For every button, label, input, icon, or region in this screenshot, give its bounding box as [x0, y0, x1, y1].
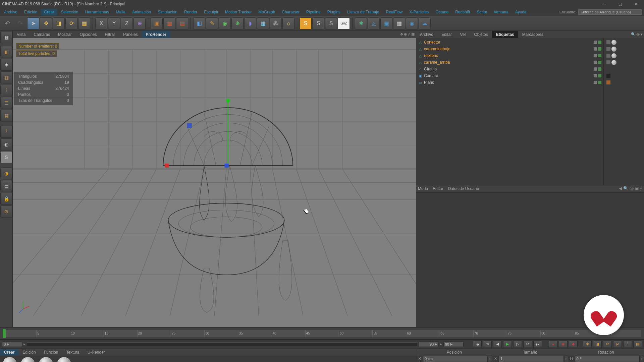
menu-octane[interactable]: Octane: [432, 9, 452, 15]
menu-x-particles[interactable]: X-Particles: [406, 9, 432, 15]
xp-tool-5[interactable]: ◉: [406, 17, 418, 29]
vp-tab-cámaras[interactable]: Cámaras: [30, 31, 54, 38]
poly-mode[interactable]: ▦: [0, 110, 12, 122]
menu-character[interactable]: Character: [278, 9, 303, 15]
attr-tab-editar[interactable]: Editar: [433, 186, 443, 191]
render-view[interactable]: ▣: [151, 17, 163, 29]
object-carame_arriba[interactable]: △carame_arriba: [417, 59, 603, 66]
rp-tab-objetos[interactable]: Objetos: [470, 31, 492, 38]
substance-s3[interactable]: S: [325, 17, 337, 29]
render-pv[interactable]: ▦: [163, 17, 175, 29]
vp-ctrl-3[interactable]: ⤢: [408, 32, 411, 37]
snap-s[interactable]: S: [0, 151, 12, 163]
tags-carame_arriba[interactable]: [604, 59, 643, 66]
menu-lienzo de trabajo[interactable]: Lienzo de Trabajo: [344, 9, 382, 15]
go-end[interactable]: ⏭: [533, 341, 542, 348]
tags-conector[interactable]: [604, 39, 643, 46]
environment-tool[interactable]: ▦: [257, 17, 269, 29]
minimize-button[interactable]: —: [596, 0, 612, 8]
mat-tab-edición[interactable]: Edición: [18, 349, 40, 356]
mat-tab-crear[interactable]: Crear: [0, 349, 18, 356]
primitive-cube[interactable]: ◧: [193, 17, 205, 29]
axis-y[interactable]: Y: [108, 17, 120, 29]
vp-tab-prorender[interactable]: ProRender: [142, 31, 170, 38]
autokey[interactable]: ◉: [559, 341, 568, 348]
range-slider[interactable]: [27, 342, 417, 346]
workplane-mode[interactable]: ▥: [0, 71, 12, 83]
last-tool[interactable]: ▦: [78, 17, 90, 29]
key-pos[interactable]: ✥: [583, 341, 592, 348]
render-settings[interactable]: ▤: [176, 17, 188, 29]
menu-archivo[interactable]: Archivo: [1, 9, 21, 15]
attr-b-icon[interactable]: ▣: [635, 186, 639, 192]
record[interactable]: ●: [549, 341, 557, 348]
axis-mode[interactable]: └: [0, 126, 12, 138]
object-plano[interactable]: ▭Plano: [417, 79, 603, 86]
mat-tab-u-render[interactable]: U-Render: [84, 349, 109, 356]
tag-column[interactable]: [604, 38, 644, 185]
mat-tab-función[interactable]: Función: [40, 349, 62, 356]
coord-system[interactable]: ⊕: [133, 17, 146, 29]
rp-filter-icon[interactable]: ▾: [641, 32, 643, 37]
nurbs-tool[interactable]: ◉: [219, 17, 231, 29]
snap-settings[interactable]: ⊙: [0, 205, 12, 218]
material-carame[interactable]: carame: [55, 357, 73, 362]
xp-tool-2[interactable]: ◬: [368, 17, 380, 29]
tags-carameloabajo[interactable]: [604, 46, 643, 52]
attr-nav-back[interactable]: ◀: [619, 186, 622, 192]
viewport[interactable]: Number of emitters: 0 Total live particl…: [13, 38, 416, 327]
vp-tab-paneles[interactable]: Paneles: [119, 31, 142, 38]
substance-s1[interactable]: S: [300, 17, 312, 29]
material-carame[interactable]: carame: [19, 357, 37, 362]
key-opts[interactable]: ⋮: [623, 341, 632, 348]
camera-tool[interactable]: ⁂: [270, 17, 282, 29]
viewport-solo[interactable]: ◐: [0, 138, 12, 150]
object-reelleno[interactable]: △reelleno: [417, 52, 603, 59]
scale-tool[interactable]: ◨: [53, 17, 65, 29]
xp-tool-3[interactable]: ▣: [380, 17, 392, 29]
tags-círculo[interactable]: [604, 66, 643, 72]
menu-ayuda[interactable]: Ayuda: [512, 9, 530, 15]
current-frame[interactable]: [443, 342, 464, 347]
move-tool[interactable]: ✥: [40, 17, 52, 29]
xp-tool-4[interactable]: ▦: [393, 17, 405, 29]
axis-x[interactable]: X: [95, 17, 107, 29]
material-Conect[interactable]: Conect: [1, 357, 18, 362]
locked-icon[interactable]: 🔒: [0, 193, 12, 205]
step-fwd[interactable]: ▷: [513, 341, 522, 348]
rp-eye-icon[interactable]: 👁: [636, 33, 640, 37]
tags-cámara[interactable]: [604, 72, 643, 79]
rp-tab-etiquetas[interactable]: Etiquetas: [492, 31, 518, 38]
range-start[interactable]: [2, 342, 22, 347]
texture-mode[interactable]: ◈: [0, 59, 12, 71]
rp-tab-marcadores[interactable]: Marcadores: [518, 31, 547, 38]
menu-realflow[interactable]: RealFlow: [382, 9, 406, 15]
object-círculo[interactable]: ○Círculo: [417, 66, 603, 72]
goz-button[interactable]: GoZ: [338, 17, 350, 29]
rp-tab-editar[interactable]: Editar: [437, 31, 456, 38]
menu-redshift[interactable]: Redshift: [452, 9, 473, 15]
workplane-lock[interactable]: ▤: [0, 180, 12, 192]
menu-render[interactable]: Render: [181, 9, 201, 15]
xp-tool-1[interactable]: ✱: [355, 17, 367, 29]
loop[interactable]: ⟲: [483, 341, 492, 348]
rp-tab-archivo[interactable]: Archivo: [416, 31, 437, 38]
vp-tab-filtrar[interactable]: Filtrar: [101, 31, 119, 38]
vp-tab-mostrar[interactable]: Mostrar: [54, 31, 76, 38]
make-editable[interactable]: ▦: [0, 31, 12, 43]
close-button[interactable]: ✕: [629, 0, 644, 8]
xp-tool-6[interactable]: ☁: [419, 17, 431, 29]
tags-reelleno[interactable]: [604, 52, 643, 59]
edge-mode[interactable]: ☰: [0, 97, 12, 109]
live-select-tool[interactable]: ➤: [27, 17, 39, 29]
rp-tab-ver[interactable]: Ver: [456, 31, 470, 38]
menu-plugins[interactable]: Plugins: [324, 9, 344, 15]
attr-search-icon[interactable]: 🔍: [623, 186, 628, 192]
menu-script[interactable]: Script: [473, 9, 490, 15]
vp-ctrl-1[interactable]: ✥: [400, 32, 403, 37]
vp-ctrl-2[interactable]: ⊕: [404, 32, 407, 37]
menu-animación[interactable]: Animación: [129, 9, 154, 15]
material-reelleno[interactable]: reelleno: [37, 357, 55, 362]
play[interactable]: ▶: [503, 341, 512, 348]
menu-pipeline[interactable]: Pipeline: [303, 9, 324, 15]
